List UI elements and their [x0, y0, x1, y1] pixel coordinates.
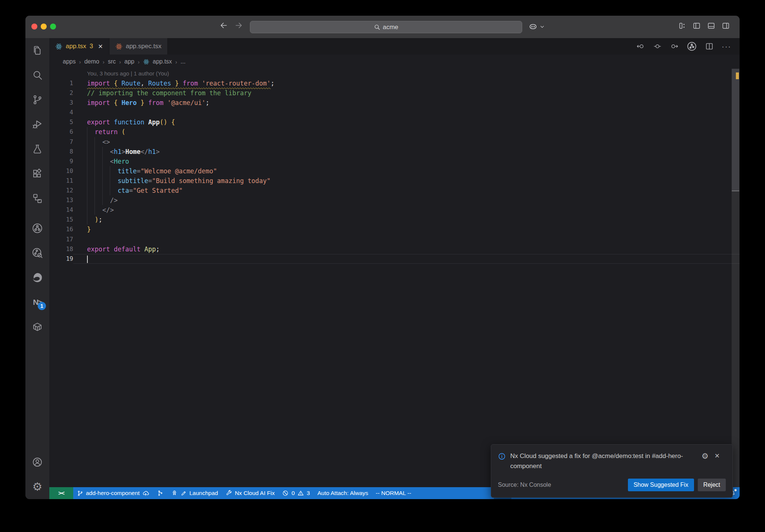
- copilot-menu-button[interactable]: [528, 22, 545, 31]
- line-number: 19: [49, 254, 73, 264]
- command-center-search[interactable]: acme: [250, 21, 522, 33]
- indent-guide: [87, 127, 87, 137]
- source-control-icon[interactable]: [25, 87, 49, 112]
- extensions-icon[interactable]: [25, 161, 49, 186]
- show-suggested-fix-button[interactable]: Show Suggested Fix: [628, 479, 694, 491]
- breadcrumb-item[interactable]: ...: [180, 58, 185, 65]
- breadcrumb-item[interactable]: apps: [63, 58, 76, 65]
- code-line-12[interactable]: 12 cta="Get Started": [49, 186, 740, 195]
- vim-mode-item[interactable]: -- NORMAL --: [372, 487, 415, 499]
- react-icon: [115, 43, 123, 50]
- chevron-down-icon: [540, 24, 545, 29]
- maximize-window-button[interactable]: [50, 24, 56, 30]
- code-line-13[interactable]: 13 />: [49, 195, 740, 205]
- nx-cloud-fix-item[interactable]: Nx Cloud AI Fix: [222, 487, 279, 499]
- more-actions-icon[interactable]: ···: [722, 42, 731, 51]
- code-line-3[interactable]: 3import { Hero } from '@acme/ui';: [49, 98, 740, 108]
- code-line-17[interactable]: 17: [49, 235, 740, 244]
- indent-guide: [87, 186, 87, 195]
- code-line-5[interactable]: 5export function App() {: [49, 117, 740, 127]
- editor-scrollbar[interactable]: [731, 69, 740, 487]
- scrollbar-slider[interactable]: [732, 69, 739, 191]
- notification-source: Source: Nx Console: [498, 482, 628, 488]
- code-line-2[interactable]: 2// importing the component from the lib…: [49, 88, 740, 98]
- errors-icon: [282, 490, 289, 497]
- remote-indicator[interactable]: ><: [49, 487, 73, 499]
- code-line-8[interactable]: 8 <h1>Home</h1>: [49, 147, 740, 157]
- tab-bar: app.tsx 3 ✕ app.spec.tsx: [49, 38, 740, 55]
- nav-previous-icon[interactable]: [636, 42, 645, 51]
- code-line-9[interactable]: 9 <Hero: [49, 157, 740, 166]
- run-target-graph-icon[interactable]: [687, 41, 697, 52]
- breadcrumb-item[interactable]: src: [108, 58, 116, 65]
- auto-attach-item[interactable]: Auto Attach: Always: [314, 487, 372, 499]
- react-icon: [55, 43, 62, 50]
- code-line-18[interactable]: 18export default App;: [49, 244, 740, 254]
- line-number: 13: [49, 195, 73, 205]
- nx-graph-search-icon[interactable]: [25, 241, 49, 265]
- indent-guide: [110, 176, 110, 186]
- accounts-icon[interactable]: [25, 450, 49, 474]
- line-number: 6: [49, 127, 73, 137]
- settings-gear-icon[interactable]: ⚙: [25, 474, 49, 499]
- breadcrumb-item[interactable]: app: [124, 58, 134, 65]
- launchpad-item[interactable]: Launchpad: [167, 487, 222, 499]
- close-tab-icon[interactable]: ✕: [98, 43, 103, 50]
- nav-next-icon[interactable]: [670, 42, 679, 51]
- code-line-7[interactable]: 7 <>: [49, 137, 740, 147]
- notification-close-icon[interactable]: ✕: [715, 452, 720, 460]
- indent-guide: [95, 176, 95, 186]
- nav-current-icon[interactable]: [653, 42, 662, 51]
- breadcrumb-item[interactable]: demo: [84, 58, 99, 65]
- warning-squiggle: import { Route, Routes } from 'react-rou…: [87, 80, 270, 87]
- go-back-button[interactable]: [220, 21, 228, 30]
- project-hierarchy-icon[interactable]: [25, 186, 49, 211]
- line-number: 9: [49, 157, 73, 166]
- problems-item[interactable]: 0 3: [278, 487, 313, 499]
- code-line-16[interactable]: 16}: [49, 225, 740, 234]
- line-number: 1: [49, 78, 73, 88]
- code-line-6[interactable]: 6 return (: [49, 127, 740, 137]
- tab-app-spec-tsx[interactable]: app.spec.tsx: [109, 38, 168, 55]
- toggle-primary-sidebar-icon[interactable]: [693, 22, 701, 30]
- search-view-icon[interactable]: [25, 63, 49, 87]
- split-editor-icon[interactable]: [705, 42, 714, 51]
- pencil-icon: [180, 490, 187, 497]
- line-number: 5: [49, 117, 73, 127]
- run-and-debug-icon[interactable]: [25, 112, 49, 137]
- customize-layout-icon[interactable]: [678, 22, 686, 30]
- minimize-window-button[interactable]: [41, 24, 47, 30]
- line-number: 10: [49, 166, 73, 176]
- tab-app-tsx[interactable]: app.tsx 3 ✕: [49, 38, 109, 55]
- line-number: 15: [49, 215, 73, 225]
- tab-label: app.tsx: [66, 43, 86, 50]
- notification-settings-icon[interactable]: ⚙: [701, 452, 709, 460]
- reject-button[interactable]: Reject: [698, 479, 726, 491]
- containers-icon[interactable]: [25, 315, 49, 339]
- git-branch-item[interactable]: add-hero-component: [73, 487, 153, 499]
- close-window-button[interactable]: [31, 24, 37, 30]
- git-graph-item[interactable]: [153, 487, 167, 499]
- code-line-14[interactable]: 14 </>: [49, 205, 740, 215]
- explorer-icon[interactable]: [25, 38, 49, 63]
- nx-graph-icon[interactable]: [25, 216, 49, 241]
- code-editor[interactable]: You, 3 hours ago | 1 author (You) 1impor…: [49, 69, 740, 487]
- code-line-1[interactable]: 1import { Route, Routes } from 'react-ro…: [49, 78, 740, 88]
- nx-console-icon[interactable]: N> 1: [25, 290, 49, 315]
- search-icon: [374, 24, 380, 30]
- go-forward-button[interactable]: [235, 21, 243, 30]
- code-line-15[interactable]: 15 );: [49, 215, 740, 225]
- breadcrumb-item[interactable]: app.tsx: [153, 58, 172, 65]
- info-icon: [498, 451, 506, 460]
- code-line-19[interactable]: 19: [49, 254, 740, 264]
- indent-guide: [87, 137, 87, 147]
- testing-icon[interactable]: [25, 137, 49, 161]
- code-line-4[interactable]: 4: [49, 108, 740, 117]
- code-line-11[interactable]: 11 subtitle="Build something amazing tod…: [49, 176, 740, 186]
- code-line-10[interactable]: 10 title="Welcmoe @acme/demo": [49, 166, 740, 176]
- code-lines: 1import { Route, Routes } from 'react-ro…: [49, 78, 740, 264]
- toggle-panel-icon[interactable]: [707, 22, 715, 30]
- edge-tools-icon[interactable]: [25, 265, 49, 290]
- toggle-secondary-sidebar-icon[interactable]: [722, 22, 730, 30]
- line-number: 14: [49, 205, 73, 215]
